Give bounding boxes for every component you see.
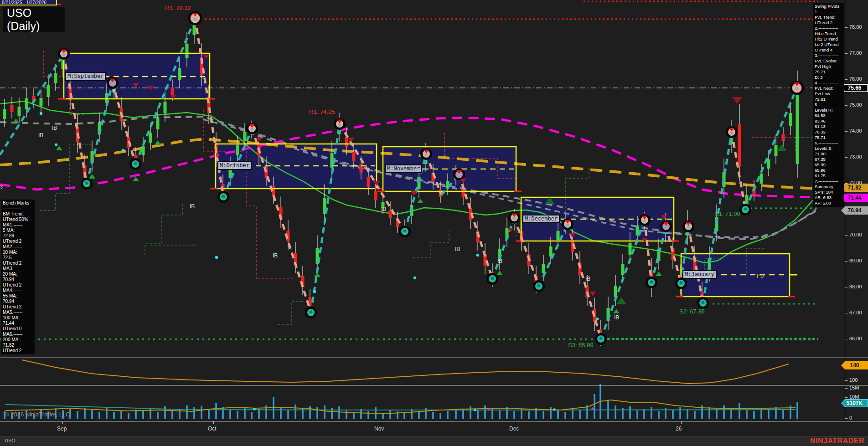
ninjatrader-logo: NINJATRADER xyxy=(810,437,864,445)
inside-bar-label: IB xyxy=(455,246,460,252)
bench-marks-line: UTrend 50% xyxy=(3,217,35,222)
swing-pivots-line: 67.35 xyxy=(815,157,844,162)
inside-bar-label: IB xyxy=(38,132,43,138)
month-box-label[interactable]: M:December xyxy=(522,215,560,223)
swing-pivots-line: Pvt. Evolve: xyxy=(815,58,844,64)
bench-marks-line: 70.94 xyxy=(3,299,35,304)
axis-tick-label: 74.00 xyxy=(849,128,862,133)
axis-tick-label: 78.00 xyxy=(849,24,862,30)
axis-price-marker-value: 71.82 xyxy=(842,185,868,191)
pivot-level-label: F0 xyxy=(757,272,764,279)
swing-pivots-line: 75.71 xyxy=(815,135,844,140)
bench-marks-line: 5 MA: xyxy=(3,228,35,233)
inside-bar-label: IB xyxy=(614,314,619,321)
axis-tick-mark xyxy=(845,79,847,80)
time-axis-label: Nov xyxy=(374,425,384,432)
bench-marks-line: 20 MA: xyxy=(3,272,35,277)
time-axis-tick xyxy=(62,421,63,424)
axis-tick-mark xyxy=(845,105,847,106)
swing-pivots-line: Hi:2 UTrend xyxy=(815,36,844,42)
axis-tick-mark xyxy=(845,380,847,381)
axis-tick-mark xyxy=(845,397,847,398)
swing-pivots-line: 78.32 xyxy=(815,129,844,135)
swing-pivots-line: Pvt High xyxy=(815,64,844,69)
axis-price-marker: 75.66 xyxy=(841,84,868,92)
axis-price-marker: 71.82 xyxy=(841,184,868,192)
bench-marks-line: UTrend 2 xyxy=(3,282,35,288)
axis-tick-mark xyxy=(845,313,847,313)
inside-bar-label: IB xyxy=(585,276,590,282)
swing-pivots-line: Pvt Low xyxy=(815,91,844,97)
month-box-label[interactable]: M:November xyxy=(385,164,422,173)
pivot-level-label: S3: 65.99 xyxy=(568,342,594,349)
axis-tick-label: 69.00 xyxy=(849,258,862,263)
bench-marks-line: 55 MA: xyxy=(3,293,35,299)
bench-marks-line: 72.5 xyxy=(3,255,35,261)
swing-pivots-panel[interactable]: Swing Pivots1.--------------Pvt. Trend:U… xyxy=(813,3,844,207)
month-box-label[interactable]: M:September xyxy=(65,72,106,81)
axis-tick-label: 73.00 xyxy=(849,154,862,159)
axis-tick-label: 68.00 xyxy=(849,284,862,289)
bench-marks-line: UTrend 0 xyxy=(3,326,35,332)
bench-marks-line: 100 MA: xyxy=(3,315,35,321)
chart-title: USO (Daily) xyxy=(3,7,65,32)
time-axis-tick xyxy=(380,421,380,424)
axis-tick-mark xyxy=(845,131,847,132)
time-axis-tick xyxy=(681,421,682,424)
pivot-level-label: R1: 78.32 xyxy=(165,5,191,11)
bench-marks-line: MA3.------ xyxy=(3,266,35,272)
time-axis-tick xyxy=(515,421,515,424)
bench-marks-line: 10 MA: xyxy=(3,250,35,255)
axis-price-marker: 140 xyxy=(841,361,868,369)
volume-bars xyxy=(4,384,798,419)
swing-pivots-line: Lo:2 UTrend xyxy=(815,42,844,47)
bench-marks-line: MA6.------ xyxy=(3,332,35,337)
axis-price-marker-value: 75.66 xyxy=(842,85,868,92)
time-axis-label: 26 xyxy=(676,425,682,432)
swing-pivots-line: UTrend 2 xyxy=(815,20,844,26)
swing-pivots-line: 5.-------------- xyxy=(815,102,844,108)
swing-pivots-line: Levels S: xyxy=(815,146,844,151)
swing-pivots-line: 71.00 xyxy=(815,151,844,157)
month-box-label[interactable]: M:January xyxy=(682,270,717,279)
axis-price-marker: 71.44 xyxy=(841,194,868,202)
swing-pivots-line: Summary xyxy=(815,184,844,190)
swing-pivots-line: 81.13 xyxy=(815,124,844,129)
swing-pivots-line: 65.96 xyxy=(815,168,844,173)
swing-pivots-line: 2.-------------- xyxy=(815,26,844,31)
panel-separators xyxy=(0,357,868,421)
ninjatrader-chart-window: 8/21/2025 - 1/27/2026 USO (Daily) Swing … xyxy=(0,0,868,446)
swing-pivots-line: 1.-------------- xyxy=(815,9,844,15)
swing-pivots-line: AR: 6.83 xyxy=(815,195,844,200)
pivot-level-label: R1: 74.25 xyxy=(309,108,335,115)
inside-bar-label: IB xyxy=(273,252,278,259)
tab-uso[interactable]: USO xyxy=(5,438,16,443)
axis-tick-mark xyxy=(845,157,847,158)
swing-pivots-line: Levels R: xyxy=(815,108,844,113)
axis-tick-label: 100 xyxy=(849,377,858,383)
swing-pivots-line: Pvt. Trend: xyxy=(815,15,844,20)
axis-tick-label: 70.00 xyxy=(849,232,862,237)
month-box-label[interactable]: M:October xyxy=(217,161,252,170)
bench-marks-panel[interactable]: Bench Marks------------BM Trend:UTrend 5… xyxy=(1,200,35,354)
axis-tick-mark xyxy=(845,261,847,261)
axis-tick-label: 67.00 xyxy=(849,310,862,315)
price-chart-canvas[interactable] xyxy=(0,0,868,446)
axis-tick-mark xyxy=(845,388,847,389)
axis-tick-label: 66.00 xyxy=(849,336,862,341)
bench-marks-line: UTrend 2 xyxy=(3,348,35,354)
axis-price-marker-value: 140 xyxy=(842,362,868,369)
swing-pivots-line: 61.75 xyxy=(815,173,844,179)
inside-bar-label: IB xyxy=(497,258,502,264)
swing-pivots-line: 65.99 xyxy=(815,162,844,168)
axis-tick-label: 76.00 xyxy=(849,76,862,82)
axis-tick-label: 77.00 xyxy=(849,50,862,56)
bench-marks-line: MA4.------ xyxy=(3,288,35,293)
bench-marks-line: MA2.------ xyxy=(3,244,35,250)
pivot-level-label: S1: 71.00 xyxy=(715,210,740,217)
watermark: © 2026 NinjaTrader, LLC xyxy=(5,411,70,418)
time-axis-label: Oct xyxy=(208,425,217,432)
bench-marks-line: 71.44 xyxy=(3,321,35,326)
axis-tick-label: 75.00 xyxy=(849,102,862,108)
bench-marks-line: 70.94 xyxy=(3,277,35,282)
